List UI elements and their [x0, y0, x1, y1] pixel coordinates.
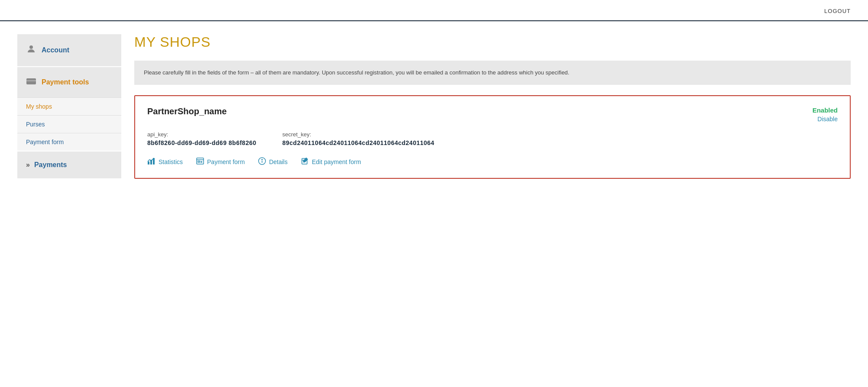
api-key-block: api_key: 8b6f8260-dd69-dd69-dd69 8b6f826… [147, 131, 256, 146]
sidebar-sub-item-payment-form[interactable]: Payment form [17, 133, 121, 151]
sidebar: Account Payment tools My shops Purses Pa… [17, 34, 121, 179]
details-action[interactable]: Details [258, 157, 288, 168]
info-message: Please carefully fill in the fields of t… [144, 69, 569, 76]
info-box: Please carefully fill in the fields of t… [134, 61, 851, 85]
shop-keys: api_key: 8b6f8260-dd69-dd69-dd69 8b6f826… [147, 131, 838, 146]
disable-link[interactable]: Disable [817, 116, 838, 123]
status-enabled: Enabled [813, 106, 838, 114]
edit-payment-form-action[interactable]: Edit payment form [301, 157, 361, 168]
svg-point-0 [29, 45, 33, 49]
edit-icon [301, 157, 309, 168]
sidebar-payment-tools-section: Payment tools My shops Purses Payment fo… [17, 67, 121, 151]
sidebar-item-payments[interactable]: » Payments [17, 152, 121, 178]
shop-name: PartnerShop_name [147, 106, 227, 116]
secret-key-value: 89cd24011064cd24011064cd24011064cd240110… [282, 139, 434, 146]
payment-form-icon [196, 157, 204, 168]
shop-actions: Statistics Payment form [147, 157, 838, 168]
secret-key-label: secret_key: [282, 131, 434, 138]
shop-status-block: Enabled Disable [813, 106, 838, 123]
sidebar-item-payment-tools[interactable]: Payment tools [17, 67, 121, 97]
sidebar-sub-item-my-shops[interactable]: My shops [17, 97, 121, 115]
edit-payment-form-label: Edit payment form [312, 158, 361, 165]
main-content: MY SHOPS Please carefully fill in the fi… [134, 34, 851, 179]
sidebar-account-section: Account [17, 34, 121, 66]
api-key-value: 8b6f8260-dd69-dd69-dd69 8b6f8260 [147, 139, 256, 146]
sidebar-sub-item-purses[interactable]: Purses [17, 115, 121, 133]
statistics-icon [147, 157, 156, 167]
sidebar-payment-tools-label: Payment tools [42, 78, 89, 86]
shop-card-header: PartnerShop_name Enabled Disable [147, 106, 838, 123]
sidebar-item-account[interactable]: Account [17, 34, 121, 66]
payment-form-action[interactable]: Payment form [196, 157, 245, 168]
svg-rect-2 [26, 80, 36, 81]
sidebar-payments-label: Payments [34, 161, 67, 169]
payment-form-label: Payment form [207, 158, 245, 165]
chevron-right-icon: » [26, 161, 30, 169]
person-icon [26, 44, 36, 57]
details-label: Details [269, 158, 288, 165]
header: LOGOUT [0, 0, 868, 21]
shop-card: PartnerShop_name Enabled Disable api_key… [134, 95, 851, 179]
sidebar-sub-items: My shops Purses Payment form [17, 97, 121, 151]
secret-key-block: secret_key: 89cd24011064cd24011064cd2401… [282, 131, 434, 146]
logout-link[interactable]: LOGOUT [824, 8, 851, 14]
layout: Account Payment tools My shops Purses Pa… [0, 21, 868, 192]
svg-rect-8 [198, 161, 200, 162]
svg-point-13 [262, 159, 262, 160]
page-title: MY SHOPS [134, 34, 851, 50]
sidebar-account-label: Account [42, 46, 69, 54]
info-icon [258, 157, 266, 168]
card-icon [26, 77, 36, 88]
api-key-label: api_key: [147, 131, 256, 138]
statistics-label: Statistics [159, 158, 183, 165]
statistics-action[interactable]: Statistics [147, 157, 183, 167]
svg-rect-3 [148, 161, 149, 164]
